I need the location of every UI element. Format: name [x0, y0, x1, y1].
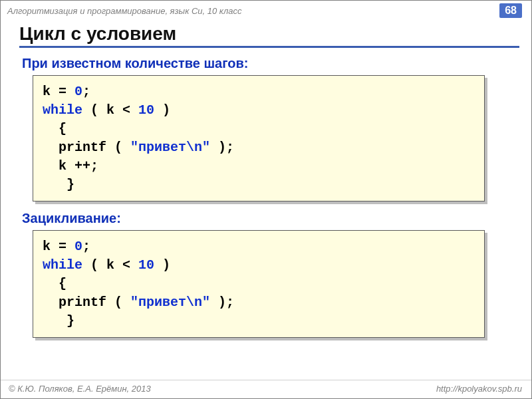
- code-block: k = 0; while ( k < 10 ) { printf ( "прив…: [33, 230, 485, 338]
- title-row: Цикл с условием: [19, 23, 519, 48]
- code-token: ): [154, 102, 170, 118]
- code-token: );: [210, 140, 234, 155]
- header-subject: Алгоритмизация и программирование, язык …: [7, 6, 242, 16]
- page-title: Цикл с условием: [19, 23, 519, 45]
- code-token: k =: [43, 239, 74, 254]
- slide-content: При известном количестве шагов: k = 0; w…: [1, 53, 531, 380]
- page-number-badge: 68: [499, 3, 522, 18]
- code-token-kw: while: [43, 102, 82, 118]
- code-token: k ++;: [43, 158, 98, 174]
- code-token-str: "привет\n": [130, 140, 210, 155]
- code-token-num: 10: [138, 257, 154, 273]
- code-token: ;: [82, 84, 90, 99]
- section-heading: При известном количестве шагов:: [22, 56, 511, 71]
- footer-url: http://kpolyakov.spb.ru: [436, 384, 522, 394]
- code-token: {: [43, 276, 66, 291]
- code-token: printf (: [43, 295, 130, 310]
- code-token: ): [154, 257, 170, 273]
- code-token: ( k <: [82, 257, 138, 273]
- code-token-str: "привет\n": [130, 295, 210, 310]
- slide-page: Алгоритмизация и программирование, язык …: [0, 0, 532, 399]
- code-token: k =: [43, 84, 74, 99]
- slide-footer: © К.Ю. Поляков, Е.А. Ерёмин, 2013 http:/…: [1, 380, 531, 398]
- code-token: ;: [82, 239, 90, 254]
- footer-copyright: © К.Ю. Поляков, Е.А. Ерёмин, 2013: [9, 384, 151, 394]
- code-token-num: 0: [74, 84, 82, 99]
- code-token: {: [43, 121, 66, 136]
- code-token-kw: while: [43, 257, 82, 273]
- code-token: printf (: [43, 140, 130, 155]
- code-token: );: [210, 295, 234, 310]
- code-token: }: [43, 177, 74, 192]
- code-block: k = 0; while ( k < 10 ) { printf ( "прив…: [33, 75, 485, 201]
- section-heading: Зацикливание:: [22, 211, 511, 226]
- slide-header: Алгоритмизация и программирование, язык …: [1, 1, 531, 18]
- code-token: ( k <: [82, 102, 138, 118]
- code-token-num: 0: [74, 239, 82, 254]
- code-token-num: 10: [138, 102, 154, 118]
- code-token: }: [43, 313, 74, 329]
